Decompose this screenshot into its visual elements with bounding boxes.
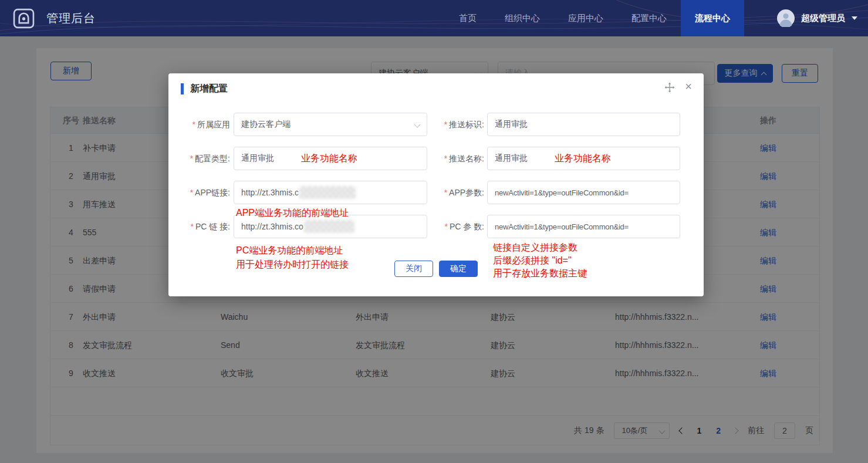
app-logo-icon (13, 8, 35, 29)
confirm-button[interactable]: 确定 (439, 261, 478, 277)
brand: 管理后台 (13, 8, 96, 29)
field-label-pc-link: *PC 链 接: (168, 215, 230, 238)
push-id-input[interactable]: 通用审批 (487, 113, 680, 136)
main-nav: 首页 组织中心 应用中心 配置中心 流程中心 (445, 0, 744, 36)
modal-titlebar: 新增配置 (181, 83, 228, 95)
user-name: 超级管理员 (801, 13, 845, 24)
censored-blur (299, 186, 356, 199)
annotation-config-type: 业务功能名称 (301, 153, 357, 165)
field-label-push-id: *推送标识: (415, 113, 484, 136)
chevron-down-icon (852, 16, 857, 20)
annotation-app-link: APP端业务功能的前端地址 (236, 206, 349, 220)
title-accent-bar (181, 83, 184, 94)
field-label-app: *所属应用 (168, 113, 230, 136)
modal-title: 新增配置 (190, 83, 228, 95)
top-navbar: 管理后台 首页 组织中心 应用中心 配置中心 流程中心 超级管理员 (0, 0, 868, 36)
field-label-config-type: *配置类型: (168, 147, 230, 170)
nav-item-app-center[interactable]: 应用中心 (554, 0, 617, 36)
annotation-push-name: 业务功能名称 (555, 153, 611, 165)
add-config-modal: 新增配置 × *所属应用 建协云客户端 *推送标识: 通用审批 *配置类型: 通… (168, 73, 704, 296)
drag-handle-icon[interactable] (664, 82, 675, 93)
app-select[interactable]: 建协云客户端 (234, 113, 427, 136)
censored-blur (304, 220, 354, 233)
close-icon[interactable]: × (682, 79, 695, 93)
field-label-app-link: *APP链接: (168, 181, 230, 204)
annotation-pc-param: 链接自定义拼接参数 后缀必须拼接 "id=" 用于存放业务数据主键 (493, 241, 587, 280)
field-label-push-name: *推送名称: (415, 147, 484, 170)
config-type-input[interactable]: 通用审批 业务功能名称 (234, 147, 427, 170)
push-name-input[interactable]: 通用审批 业务功能名称 (487, 147, 680, 170)
user-menu[interactable]: 超级管理员 (777, 0, 857, 36)
field-label-pc-param: *PC 参 数: (415, 215, 484, 238)
nav-item-config-center[interactable]: 配置中心 (617, 0, 681, 36)
nav-item-process-center[interactable]: 流程中心 (681, 0, 744, 36)
app-title: 管理后台 (46, 11, 96, 26)
pc-param-input[interactable]: newActiviti=1&type=outFileCommon&id= (487, 215, 680, 238)
app-link-input[interactable]: http://zt.3hmis.c (234, 181, 427, 204)
app-param-input[interactable]: newActiviti=1&type=outFileCommon&id= (487, 181, 680, 204)
nav-item-org-center[interactable]: 组织中心 (491, 0, 554, 36)
close-button[interactable]: 关闭 (394, 261, 433, 277)
avatar (777, 9, 795, 27)
nav-item-home[interactable]: 首页 (445, 0, 491, 36)
annotation-pc-link: PC端业务功能的前端地址 用于处理待办时打开的链接 (236, 244, 349, 272)
field-label-app-param: *APP参数: (415, 181, 484, 204)
